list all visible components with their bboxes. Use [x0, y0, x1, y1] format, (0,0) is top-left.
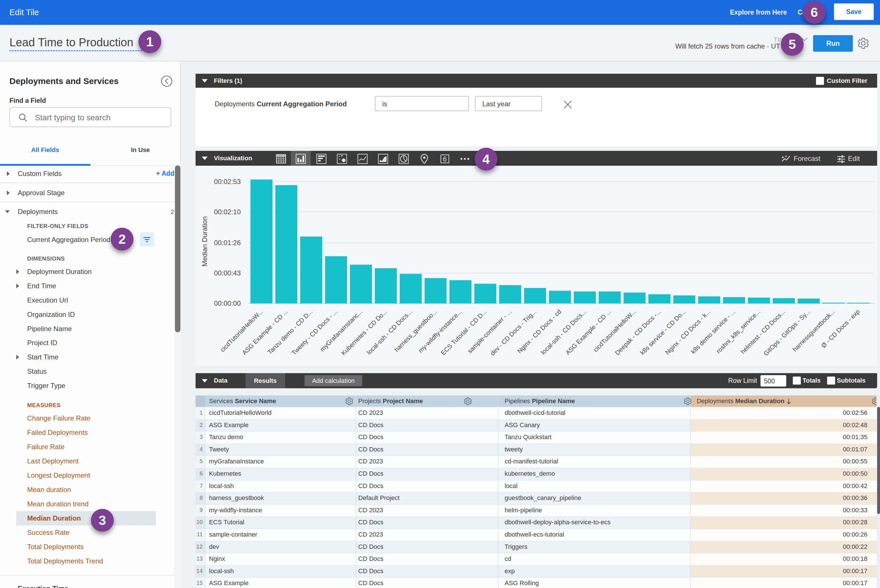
- svg-text:00:02:10: 00:02:10: [214, 208, 241, 216]
- svg-text:00:00:43: 00:00:43: [214, 269, 241, 277]
- svg-text:Median Duration: Median Duration: [201, 216, 208, 267]
- svg-text:00:00:00: 00:00:00: [214, 299, 241, 307]
- svg-text:6: 6: [443, 155, 447, 163]
- svg-text:00:01:26: 00:01:26: [214, 239, 241, 247]
- svg-text:00:02:53: 00:02:53: [214, 178, 241, 185]
